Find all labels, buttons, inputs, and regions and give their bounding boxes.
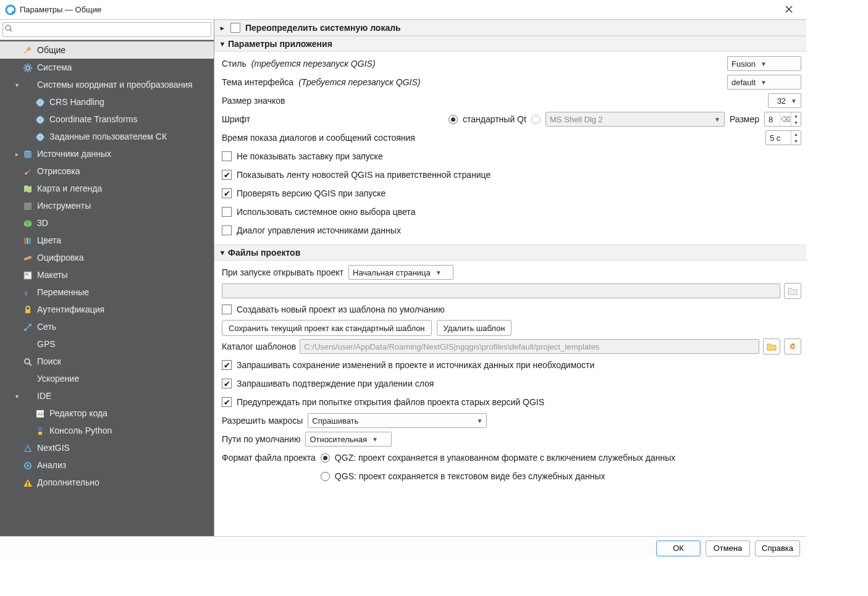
nextgis-icon bbox=[21, 442, 35, 453]
font-family-select[interactable]: MS Shell Dlg 2 ▼ bbox=[546, 112, 725, 127]
template-dir-input[interactable] bbox=[300, 339, 759, 354]
sidebar-item-label: Переменные bbox=[37, 287, 89, 297]
format-qgz-radio[interactable] bbox=[321, 453, 330, 463]
sidebar-item-8[interactable]: Карта и легенда bbox=[0, 180, 214, 197]
folder-open-icon bbox=[767, 342, 777, 351]
sidebar-item-23[interactable]: NextGIS bbox=[0, 439, 214, 456]
reset-template-dir-button[interactable] bbox=[784, 338, 801, 355]
browse-button[interactable] bbox=[784, 283, 801, 299]
section-app-title: Параметры приложения bbox=[228, 39, 332, 49]
chk-prompt-save[interactable] bbox=[222, 360, 232, 370]
svg-rect-17 bbox=[27, 238, 28, 244]
spin-down-icon[interactable]: ▼ bbox=[791, 138, 801, 145]
ok-button[interactable]: ОК bbox=[656, 540, 701, 556]
save-template-button[interactable]: Сохранить текущий проект как стандартный… bbox=[222, 320, 432, 336]
section-app-header[interactable]: ▼ Параметры приложения bbox=[214, 36, 806, 52]
sidebar-item-5[interactable]: Заданные пользователем СК bbox=[0, 128, 214, 145]
sidebar-item-label: Системы координат и преобразования bbox=[37, 80, 193, 90]
sidebar-item-9[interactable]: Инструменты bbox=[0, 197, 214, 214]
sidebar-item-18[interactable]: Поиск bbox=[0, 353, 214, 370]
theme-select[interactable]: default▼ bbox=[727, 75, 801, 90]
sidebar-search-input[interactable] bbox=[2, 22, 211, 37]
sidebar-item-2[interactable]: ▾Системы координат и преобразования bbox=[0, 76, 214, 93]
open-project-select[interactable]: Начальная страница▼ bbox=[348, 265, 453, 280]
chk-warn-old[interactable] bbox=[222, 397, 232, 407]
svg-rect-19 bbox=[24, 256, 32, 261]
db-icon bbox=[21, 148, 35, 159]
sidebar-item-25[interactable]: Дополнительно bbox=[0, 474, 214, 491]
section-locale-header[interactable]: ▸ Переопределить системную локаль bbox=[214, 20, 806, 36]
brush-icon bbox=[21, 166, 35, 176]
chk-news[interactable] bbox=[222, 170, 232, 180]
font-custom-radio[interactable] bbox=[531, 115, 541, 124]
msgtime-value: 5 с bbox=[766, 131, 791, 145]
sidebar-item-label: Редактор кода bbox=[49, 408, 107, 418]
svg-point-8 bbox=[36, 116, 44, 124]
spin-up-icon[interactable]: ▲ bbox=[791, 131, 801, 138]
sidebar-item-21[interactable]: </>Редактор кода bbox=[0, 405, 214, 422]
style-select[interactable]: Fusion▼ bbox=[727, 56, 801, 71]
svg-line-28 bbox=[29, 363, 32, 366]
sidebar-item-10[interactable]: 3D bbox=[0, 214, 214, 232]
macros-select[interactable]: Спрашивать ▼ bbox=[308, 413, 487, 428]
svg-rect-33 bbox=[27, 482, 28, 484]
msgtime-spinbox[interactable]: 5 с ▲▼ bbox=[765, 130, 801, 145]
titlebar: Параметры — Общие bbox=[0, 0, 806, 20]
delete-template-button[interactable]: Удалить шаблон bbox=[437, 320, 512, 336]
close-icon[interactable] bbox=[777, 5, 801, 15]
chk-datasource-dlg[interactable] bbox=[222, 225, 232, 235]
sidebar-item-14[interactable]: εПеременные bbox=[0, 283, 214, 301]
sidebar-item-6[interactable]: ▸Источники данных bbox=[0, 145, 214, 162]
sidebar-item-11[interactable]: Цвета bbox=[0, 232, 214, 249]
chk-prompt-save-label: Запрашивать сохранение изменений в проек… bbox=[237, 360, 594, 370]
sidebar-item-16[interactable]: Сеть bbox=[0, 318, 214, 335]
sidebar-item-24[interactable]: Анализ bbox=[0, 456, 214, 474]
paths-value: Относительная bbox=[310, 435, 367, 444]
sidebar-item-17[interactable]: GPS bbox=[0, 335, 214, 353]
clear-icon[interactable]: ⌫ bbox=[780, 112, 791, 126]
iconsize-select[interactable]: 32▼ bbox=[768, 93, 801, 108]
sidebar-item-3[interactable]: CRS Handling bbox=[0, 93, 214, 111]
palette-icon bbox=[21, 235, 35, 245]
sidebar-item-15[interactable]: Аутентификация bbox=[0, 301, 214, 318]
style-hint: (требуется перезапуск QGIS) bbox=[251, 59, 376, 69]
sidebar-item-1[interactable]: Система bbox=[0, 59, 214, 76]
spin-down-icon[interactable]: ▼ bbox=[791, 119, 801, 126]
chk-splash[interactable] bbox=[222, 151, 232, 161]
sidebar-item-13[interactable]: Макеты bbox=[0, 266, 214, 283]
spin-up-icon[interactable]: ▲ bbox=[791, 112, 801, 119]
font-size-label: Размер bbox=[730, 114, 759, 124]
chevron-icon: ▾ bbox=[12, 82, 21, 88]
sidebar-item-19[interactable]: Ускорение bbox=[0, 370, 214, 387]
chk-confirm-delete[interactable] bbox=[222, 379, 232, 388]
macros-label: Разрешить макросы bbox=[222, 416, 303, 426]
svg-text:ε: ε bbox=[25, 289, 28, 296]
format-qgs-radio[interactable] bbox=[321, 472, 330, 481]
sidebar-item-0[interactable]: Общие bbox=[0, 41, 214, 59]
chk-news-label: Показывать ленту новостей QGIS на привет… bbox=[237, 170, 491, 180]
font-size-spinbox[interactable]: 8 ⌫ ▲▼ bbox=[764, 112, 801, 127]
sidebar: ОбщиеСистема▾Системы координат и преобра… bbox=[0, 20, 214, 536]
sidebar-item-4[interactable]: Coordinate Transforms bbox=[0, 111, 214, 128]
chk-native-color[interactable] bbox=[222, 207, 232, 217]
svg-point-2 bbox=[6, 25, 11, 30]
chk-version[interactable] bbox=[222, 188, 232, 198]
chk-template[interactable] bbox=[222, 304, 232, 314]
paths-select[interactable]: Относительная▼ bbox=[305, 432, 392, 447]
font-std-radio[interactable] bbox=[449, 115, 458, 124]
python-icon bbox=[33, 425, 47, 435]
section-projects-header[interactable]: ▼ Файлы проектов bbox=[214, 245, 806, 261]
sidebar-item-22[interactable]: Консоль Python bbox=[0, 422, 214, 439]
browse-template-dir-button[interactable] bbox=[763, 338, 780, 355]
locale-checkbox[interactable] bbox=[230, 23, 240, 33]
sidebar-item-7[interactable]: Отрисовка bbox=[0, 162, 214, 180]
sidebar-item-20[interactable]: ▾IDE bbox=[0, 387, 214, 405]
cancel-button[interactable]: Отмена bbox=[706, 540, 750, 556]
lock-icon bbox=[21, 304, 35, 314]
help-button[interactable]: Справка bbox=[755, 540, 800, 556]
sidebar-item-label: IDE bbox=[37, 391, 51, 401]
sidebar-item-label: Оцифровка bbox=[37, 253, 83, 262]
sidebar-search-wrap bbox=[0, 20, 214, 40]
sidebar-item-12[interactable]: Оцифровка bbox=[0, 249, 214, 266]
expand-icon: ▸ bbox=[217, 24, 228, 32]
